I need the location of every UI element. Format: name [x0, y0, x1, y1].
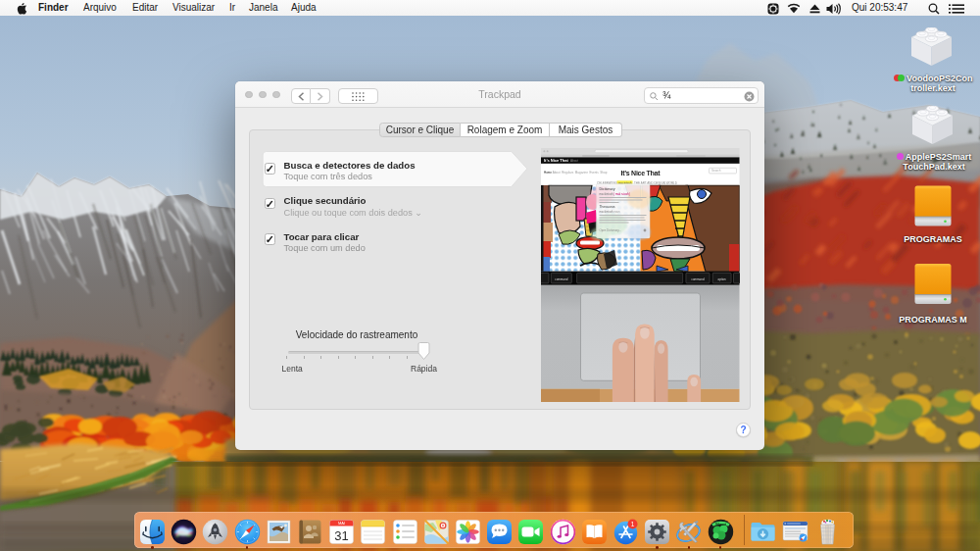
- svg-text:command: command: [692, 276, 706, 280]
- svg-text:command: command: [556, 276, 569, 280]
- svg-text:Search: Search: [711, 169, 721, 173]
- svg-text:mackintosh noun: mackintosh noun: [600, 209, 621, 213]
- svg-text:It’s Nice That: It’s Nice That: [621, 169, 661, 178]
- svg-text:1: 1: [631, 521, 635, 527]
- svg-text:Home About Regulars Magazine: Home About Regulars Magazine Events Shop: [544, 170, 608, 174]
- svg-text:MAI: MAI: [338, 521, 345, 526]
- svg-text:mackintosh | mak n-tosh |: mackintosh | mak n-tosh |: [600, 191, 631, 195]
- svg-text:31: 31: [334, 528, 348, 543]
- svg-text:option: option: [718, 276, 727, 280]
- svg-text:Open Dictionary...: Open Dictionary...: [600, 228, 621, 232]
- svg-text:Dictionary: Dictionary: [600, 186, 615, 190]
- svg-text:About: About: [570, 158, 578, 162]
- svg-text:It’s Nice That: It’s Nice That: [544, 158, 568, 163]
- svg-text:Thesaurus: Thesaurus: [600, 205, 615, 209]
- svg-text:Vibrant: Vibrant: [715, 523, 727, 526]
